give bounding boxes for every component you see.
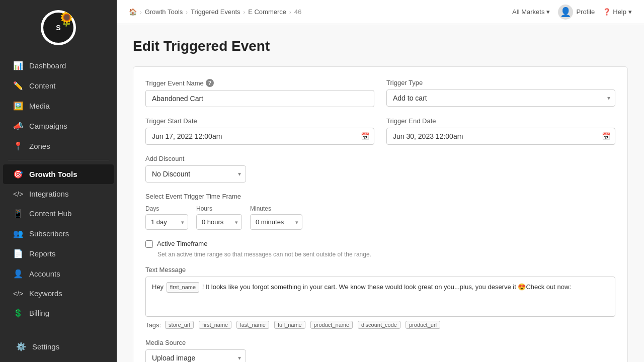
days-select-wrap: 1 day 2 days 3 days 7 days ▾	[145, 214, 188, 230]
logo-inner: S 🌻	[43, 13, 73, 43]
days-select[interactable]: 1 day 2 days 3 days 7 days	[145, 214, 188, 230]
sidebar-item-label: Subscribers	[29, 229, 69, 238]
sidebar: S 🌻 📊 Dashboard ✏️ Content 🖼️ Media 📣 Ca…	[0, 0, 117, 362]
tag-product-url[interactable]: product_url	[406, 321, 440, 329]
minutes-select[interactable]: 0 minutes 15 minutes 30 minutes 45 minut…	[250, 214, 302, 230]
sidebar-item-accounts[interactable]: 👤 Accounts	[3, 264, 114, 284]
trigger-event-name-group: Trigger Event Name ?	[145, 79, 374, 107]
timeframe-label: Select Event Trigger Time Frame	[145, 193, 615, 200]
help-button[interactable]: ❓ Help ▾	[603, 8, 632, 16]
add-discount-select[interactable]: No Discount 10% Off 20% Off Free Shippin…	[145, 165, 246, 183]
media-source-select-wrap: Upload image URL Media Library ▾	[145, 349, 246, 362]
text-message-preview: Hey first_name ! It looks like you forgo…	[145, 277, 615, 317]
minutes-select-wrap: 0 minutes 15 minutes 30 minutes 45 minut…	[250, 214, 302, 230]
sidebar-item-content-hub[interactable]: 📱 Content Hub	[3, 204, 114, 223]
trigger-type-group: Trigger Type Add to cart Purchase View p…	[386, 79, 615, 107]
sidebar-item-billing[interactable]: 💲 Billing	[3, 303, 114, 323]
breadcrumb-sep: ›	[289, 9, 291, 15]
minutes-group: Minutes 0 minutes 15 minutes 30 minutes …	[250, 205, 302, 230]
sidebar-item-growth-tools[interactable]: 🎯 Growth Tools	[3, 164, 114, 184]
sidebar-item-subscribers[interactable]: 👥 Subscribers	[3, 224, 114, 243]
form-row-1: Trigger Event Name ? Trigger Type Add to…	[145, 79, 615, 107]
tag-product-name[interactable]: product_name	[310, 321, 353, 329]
tag-last-name[interactable]: last_name	[236, 321, 269, 329]
days-group: Days 1 day 2 days 3 days 7 days ▾	[145, 205, 188, 230]
dashboard-icon: 📊	[13, 61, 23, 70]
breadcrumb: 🏠 › Growth Tools › Triggered Events › E …	[129, 8, 301, 16]
trigger-end-date-input[interactable]	[386, 128, 615, 145]
market-selector[interactable]: All Markets ▾	[512, 8, 550, 16]
trigger-start-date-group: Trigger Start Date 📅	[145, 117, 374, 145]
sidebar-item-label: Content Hub	[29, 209, 71, 218]
profile-button[interactable]: 👤 Profile	[558, 5, 595, 20]
sidebar-item-zones[interactable]: 📍 Zones	[3, 136, 114, 156]
content-area: Edit Triggered Event Trigger Event Name …	[117, 24, 644, 362]
profile-label: Profile	[576, 8, 595, 16]
trigger-type-label: Trigger Type	[386, 79, 615, 86]
trigger-event-name-input[interactable]	[145, 90, 374, 107]
sidebar-item-keywords[interactable]: </> Keywords	[3, 284, 114, 303]
minutes-label: Minutes	[250, 205, 302, 212]
tag-discount-code[interactable]: discount_code	[358, 321, 400, 329]
active-timeframe-label[interactable]: Active Timeframe	[157, 240, 207, 247]
sidebar-item-label: Campaigns	[29, 122, 67, 130]
sidebar-item-label: Billing	[29, 309, 49, 317]
sidebar-item-integrations[interactable]: </> Integrations	[3, 185, 114, 203]
tag-full-name[interactable]: full_name	[274, 321, 305, 329]
home-icon[interactable]: 🏠	[129, 8, 137, 16]
sidebar-item-reports[interactable]: 📄 Reports	[3, 244, 114, 263]
accounts-icon: 👤	[13, 269, 23, 279]
tag-first-name[interactable]: first_name	[199, 321, 231, 329]
media-source-label: Media Source	[145, 339, 615, 346]
logo-area: S 🌻	[0, 0, 117, 55]
sidebar-item-dashboard[interactable]: 📊 Dashboard	[3, 56, 114, 75]
timeframe-section: Select Event Trigger Time Frame Days 1 d…	[145, 193, 615, 230]
help-tooltip-icon[interactable]: ?	[206, 79, 214, 87]
sidebar-item-label: Dashboard	[29, 61, 66, 70]
media-icon: 🖼️	[13, 101, 23, 111]
reports-icon: 📄	[13, 249, 23, 258]
help-icon: ❓	[603, 8, 611, 16]
integrations-icon: </>	[13, 190, 23, 198]
media-source-select[interactable]: Upload image URL Media Library	[145, 349, 246, 362]
breadcrumb-growth-tools[interactable]: Growth Tools	[145, 8, 183, 16]
tag-store-url[interactable]: store_url	[165, 321, 194, 329]
breadcrumb-sep: ›	[186, 9, 188, 15]
add-discount-section: Add Discount No Discount 10% Off 20% Off…	[145, 155, 615, 183]
hours-select[interactable]: 0 hours 1 hour 2 hours 6 hours 12 hours	[196, 214, 242, 230]
trigger-type-select[interactable]: Add to cart Purchase View product	[386, 89, 615, 107]
main-area: 🏠 › Growth Tools › Triggered Events › E …	[117, 0, 644, 362]
days-label: Days	[145, 205, 188, 212]
sidebar-item-media[interactable]: 🖼️ Media	[3, 96, 114, 116]
keywords-icon: </>	[13, 290, 23, 298]
tags-row: Tags: store_url first_name last_name ful…	[145, 321, 615, 329]
settings-icon: ⚙️	[16, 342, 26, 351]
page-title: Edit Triggered Event	[133, 38, 628, 54]
breadcrumb-ecommerce[interactable]: E Commerce	[248, 8, 286, 16]
sidebar-item-campaigns[interactable]: 📣 Campaigns	[3, 116, 114, 136]
hours-select-wrap: 0 hours 1 hour 2 hours 6 hours 12 hours …	[196, 214, 242, 230]
nav-divider	[8, 160, 109, 160]
active-timeframe-sub: Set an active time range so that message…	[157, 251, 615, 258]
sidebar-item-label: Media	[29, 102, 50, 110]
trigger-start-date-label: Trigger Start Date	[145, 117, 374, 125]
trigger-start-date-input[interactable]	[145, 128, 374, 145]
content-icon: ✏️	[13, 81, 23, 90]
sidebar-item-settings[interactable]: ⚙️ Settings	[6, 337, 111, 356]
active-timeframe-checkbox[interactable]	[145, 240, 153, 248]
breadcrumb-sep: ›	[140, 9, 142, 15]
subscribers-icon: 👥	[13, 229, 23, 238]
breadcrumb-sep: ›	[244, 9, 246, 15]
form-row-2: Trigger Start Date 📅 Trigger End Date 📅	[145, 117, 615, 145]
sidebar-item-label: Zones	[29, 142, 50, 150]
zones-icon: 📍	[13, 141, 23, 151]
sidebar-item-content[interactable]: ✏️ Content	[3, 76, 114, 96]
campaigns-icon: 📣	[13, 121, 23, 131]
message-pre: Hey	[152, 283, 166, 291]
hours-group: Hours 0 hours 1 hour 2 hours 6 hours 12 …	[196, 205, 242, 230]
topbar: 🏠 › Growth Tools › Triggered Events › E …	[117, 0, 644, 24]
growth-tools-icon: 🎯	[13, 169, 23, 179]
active-timeframe-row: Active Timeframe	[145, 240, 615, 248]
sidebar-item-label: Growth Tools	[29, 170, 77, 178]
breadcrumb-triggered-events[interactable]: Triggered Events	[191, 8, 240, 16]
